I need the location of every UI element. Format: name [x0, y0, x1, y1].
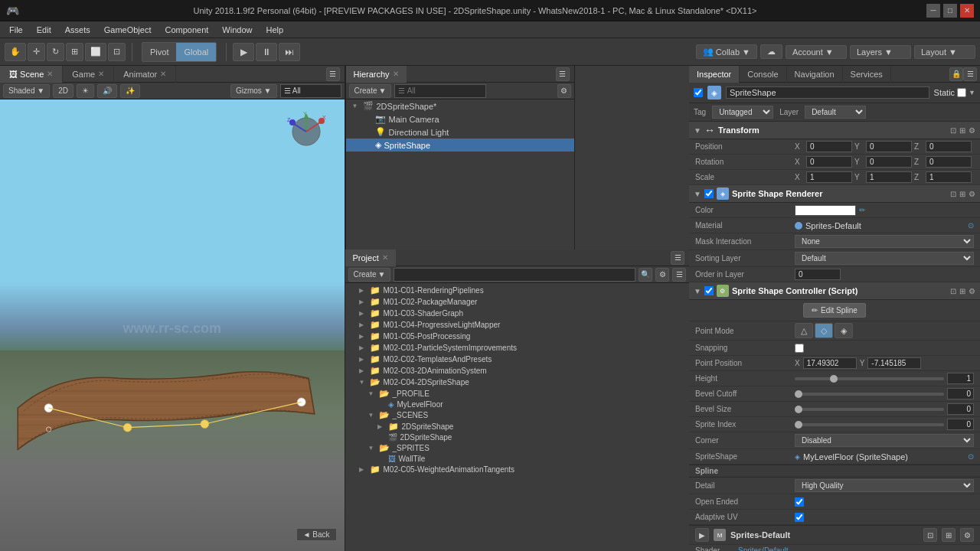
- navigation-tab[interactable]: Navigation: [787, 66, 843, 83]
- object-active-checkbox[interactable]: [694, 88, 703, 97]
- transform-menu-btn[interactable]: ⚙: [969, 126, 975, 135]
- project-item-15[interactable]: 🖼 WallTile: [347, 454, 688, 464]
- animator-tab-close[interactable]: ✕: [160, 70, 166, 78]
- layout-dropdown[interactable]: Layout ▼: [914, 45, 975, 59]
- height-value-input[interactable]: [947, 373, 974, 384]
- menu-edit[interactable]: Edit: [31, 24, 57, 36]
- color-picker-btn[interactable]: ✏: [859, 206, 865, 214]
- static-checkbox[interactable]: [957, 88, 966, 97]
- cloud-button[interactable]: ☁: [760, 44, 782, 59]
- material-link-btn[interactable]: ⊙: [968, 221, 974, 230]
- tag-select[interactable]: Untagged: [712, 106, 773, 119]
- minimize-button[interactable]: ─: [926, 4, 940, 18]
- scene-search-input[interactable]: [280, 84, 341, 98]
- point-mode-mirrored-btn[interactable]: ◇: [815, 323, 833, 338]
- bevel-cutoff-value-input[interactable]: [947, 388, 974, 399]
- sprites-expand-btn[interactable]: ▶: [695, 528, 709, 542]
- ssr-active-checkbox[interactable]: [704, 189, 714, 198]
- move-tool-button[interactable]: ✛: [28, 43, 45, 61]
- transform-copy-btn[interactable]: ⊡: [950, 126, 956, 135]
- pivot-button[interactable]: Pivot: [142, 43, 176, 61]
- project-tab[interactable]: Project ✕: [345, 249, 396, 266]
- project-item-9[interactable]: ▼ 📂 _PROFILE: [347, 388, 688, 399]
- project-item-14[interactable]: ▼ 📂 _SPRITES: [347, 442, 688, 454]
- rotation-z-input[interactable]: [926, 156, 972, 168]
- transform-tool-button[interactable]: ⊡: [108, 43, 126, 61]
- pause-button[interactable]: ⏸: [256, 43, 277, 61]
- close-button[interactable]: ✕: [960, 4, 974, 18]
- project-item-10[interactable]: ◈ MyLevelFloor: [347, 399, 688, 409]
- shading-dropdown[interactable]: Shaded ▼: [3, 84, 50, 98]
- play-button[interactable]: ▶: [233, 43, 254, 61]
- console-tab[interactable]: Console: [740, 66, 786, 83]
- ssc-active-checkbox[interactable]: [704, 286, 714, 295]
- project-item-1[interactable]: ▶ 📁 M01-C02-PackageManager: [347, 296, 688, 308]
- hierarchy-search-btn[interactable]: ⚙: [557, 84, 571, 98]
- project-item-4[interactable]: ▶ 📁 M01-C05-PostProcessing: [347, 331, 688, 342]
- tab-scene[interactable]: 🖼 Scene ✕: [0, 66, 63, 83]
- snapping-checkbox[interactable]: [795, 344, 804, 353]
- menu-window[interactable]: Window: [216, 24, 258, 36]
- project-search-input[interactable]: [394, 268, 635, 282]
- inspector-content[interactable]: ◈ Static ▼ Tag Untagged Layer Default: [689, 83, 980, 551]
- inspector-lock-btn[interactable]: 🔒: [949, 67, 963, 81]
- transform-header[interactable]: ▼ ↔ Transform ⊡ ⊞ ⚙: [689, 122, 980, 139]
- project-settings-btn[interactable]: ☰: [672, 268, 686, 282]
- project-item-3[interactable]: ▶ 📁 M01-C04-ProgressiveLightMapper: [347, 319, 688, 331]
- point-mode-nonmirrored-btn[interactable]: ◈: [835, 323, 853, 338]
- height-slider[interactable]: [795, 377, 944, 380]
- position-z-input[interactable]: [926, 141, 972, 152]
- inspector-tab[interactable]: Inspector: [689, 66, 740, 83]
- hierarchy-tab[interactable]: Hierarchy ✕: [346, 66, 407, 83]
- point-position-x-input[interactable]: [803, 357, 857, 369]
- 2d-button[interactable]: 2D: [53, 84, 74, 98]
- spriteshape-asset-link-btn[interactable]: ⊙: [968, 452, 974, 461]
- gizmos-dropdown[interactable]: Gizmos ▼: [230, 84, 277, 98]
- hierarchy-search-input[interactable]: [394, 84, 486, 98]
- project-create-btn[interactable]: Create ▼: [348, 268, 391, 282]
- project-tab-close[interactable]: ✕: [382, 253, 388, 262]
- menu-gameobject[interactable]: GameObject: [98, 24, 158, 36]
- ssc-paste-btn[interactable]: ⊞: [959, 287, 965, 295]
- project-content[interactable]: ▶ 📁 M01-C01-RenderingPipelines ▶ 📁 M01-C…: [345, 283, 690, 551]
- edit-spline-button[interactable]: ✏ Edit Spline: [803, 303, 866, 318]
- scale-tool-button[interactable]: ⊞: [66, 43, 83, 61]
- position-x-input[interactable]: [806, 141, 852, 152]
- sorting-layer-select[interactable]: Default: [795, 252, 974, 265]
- bevel-size-slider[interactable]: [795, 408, 944, 411]
- scene-tab-close[interactable]: ✕: [47, 70, 53, 78]
- sprites-copy-btn[interactable]: ⊡: [923, 528, 937, 542]
- hierarchy-create-btn[interactable]: Create ▼: [349, 84, 392, 98]
- point-position-y-input[interactable]: [867, 357, 921, 369]
- ssr-menu-btn[interactable]: ⚙: [969, 190, 975, 198]
- maximize-button[interactable]: □: [943, 4, 957, 18]
- project-item-13[interactable]: 🎬 2DSpriteShape: [347, 432, 688, 442]
- hierarchy-item-spriteshape[interactable]: ◈ SpriteShape: [346, 139, 574, 152]
- project-item-5[interactable]: ▶ 📁 M02-C01-ParticleSystemImprovements: [347, 342, 688, 354]
- object-name-input[interactable]: [726, 86, 929, 99]
- project-item-6[interactable]: ▶ 📁 M02-C02-TemplatesAndPresets: [347, 354, 688, 365]
- project-item-7[interactable]: ▶ 📁 M02-C03-2DAnimationSystem: [347, 365, 688, 377]
- sprite-index-slider[interactable]: [795, 423, 944, 426]
- game-tab-close[interactable]: ✕: [98, 70, 104, 78]
- open-ended-checkbox[interactable]: [795, 497, 804, 507]
- project-item-11[interactable]: ▼ 📂 _SCENES: [347, 409, 688, 421]
- position-y-input[interactable]: [866, 141, 912, 152]
- menu-component[interactable]: Component: [158, 24, 214, 36]
- layers-dropdown[interactable]: Layers ▼: [850, 45, 911, 59]
- effects-button[interactable]: ✨: [120, 84, 140, 98]
- ssr-header[interactable]: ▼ ◈ Sprite Shape Renderer ⊡ ⊞ ⚙: [689, 185, 980, 203]
- corner-select[interactable]: Disabled: [795, 434, 974, 447]
- ssr-copy-btn[interactable]: ⊡: [950, 190, 956, 198]
- bevel-cutoff-slider[interactable]: [795, 393, 944, 396]
- sprites-menu-btn[interactable]: ⚙: [960, 528, 974, 542]
- rect-tool-button[interactable]: ⬜: [85, 43, 106, 61]
- order-input[interactable]: [795, 269, 841, 280]
- global-button[interactable]: Global: [176, 43, 216, 61]
- project-item-2[interactable]: ▶ 📁 M01-C03-ShaderGraph: [347, 308, 688, 319]
- ssc-header[interactable]: ▼ ⚙ Sprite Shape Controller (Script) ⊡ ⊞…: [689, 282, 980, 300]
- hierarchy-content[interactable]: ▼ 🎬 2DSpriteShape* 📷 Main Camera 💡 Direc…: [346, 99, 574, 249]
- shader-value[interactable]: Sprites/Default: [738, 546, 789, 551]
- tab-animator[interactable]: Animator ✕: [114, 66, 176, 83]
- services-tab[interactable]: Services: [843, 66, 891, 83]
